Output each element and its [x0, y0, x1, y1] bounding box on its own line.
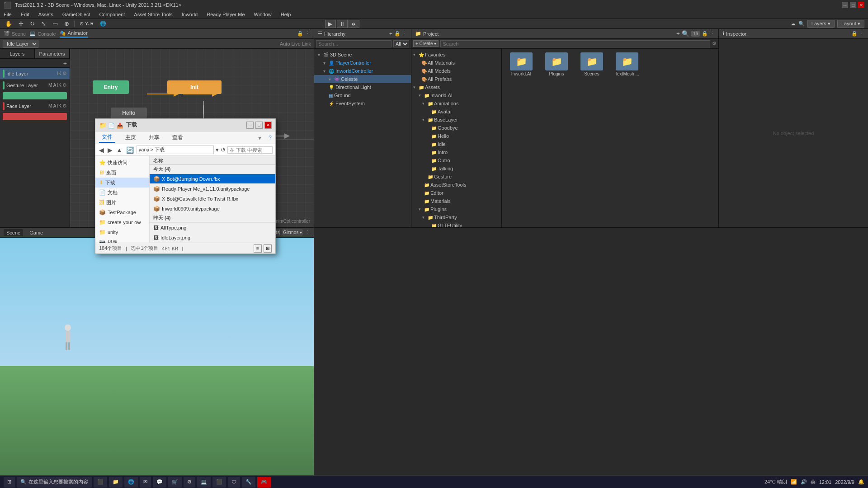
tree-item-3dscene[interactable]: ▾ 🎬 3D Scene — [314, 51, 411, 59]
fe-sidebar-pictures[interactable]: 🖼 图片 — [95, 197, 149, 207]
ptree-idle[interactable]: 📁Idle — [411, 140, 501, 148]
fe-close-button[interactable]: ✕ — [264, 122, 272, 129]
taskbar-addon2[interactable]: 🔧 — [242, 477, 255, 488]
tool-move[interactable]: ✛ — [17, 20, 25, 27]
pause-button[interactable]: ⏸ — [337, 20, 348, 28]
tab-parameters[interactable]: Parameters — [35, 49, 70, 58]
fe-sidebar-quickaccess[interactable]: ⭐ 快速访问 — [95, 158, 149, 168]
ptree-avatar[interactable]: 📁 Avatar — [411, 108, 501, 116]
menu-readyplayerme[interactable]: Ready Player Me — [205, 11, 246, 18]
project-search-button[interactable]: 🔍 — [682, 30, 689, 37]
project-filter-button[interactable]: ⚙ — [712, 41, 717, 47]
taskbar-browser[interactable]: 🌐 — [124, 477, 138, 488]
tool-hand[interactable]: ✋ — [4, 20, 14, 27]
taskbar-store[interactable]: 🛒 — [168, 477, 182, 488]
fe-addr-refresh2[interactable]: ↺ — [221, 146, 226, 153]
fe-search-input[interactable] — [227, 146, 273, 154]
ptree-editor[interactable]: 📁Editor — [411, 189, 501, 197]
layer-gear-icon-3[interactable]: ⚙ — [62, 103, 67, 109]
fe-sidebar-unity[interactable]: 📁 unity — [95, 227, 149, 237]
fe-file-inworld0909[interactable]: 📦 Inworld0909.unitypackage — [150, 204, 275, 214]
layer-item-face[interactable]: Face Layer M A IK ⚙ — [0, 100, 70, 112]
menu-assets[interactable]: Assets — [37, 11, 55, 18]
ptree-hello[interactable]: 📁Hello — [411, 132, 501, 140]
fe-sidebar-testpackage[interactable]: 📦 TestPackage — [95, 207, 149, 217]
console-tab[interactable]: 💻 Console — [29, 31, 56, 37]
layer-select[interactable]: Idle Layer — [3, 40, 38, 48]
menu-help[interactable]: Help — [279, 11, 293, 18]
rib-tab-share[interactable]: 共享 — [146, 133, 162, 142]
project-create-button[interactable]: + Create ▾ — [413, 40, 439, 47]
fe-forward-button[interactable]: ▶ — [107, 146, 113, 154]
ptree-materials[interactable]: 📁Materials — [411, 197, 501, 205]
taskbar-fileexplorer[interactable]: 📁 — [109, 477, 123, 488]
fe-sidebar-createyourown[interactable]: 📁 create-your-ow — [95, 217, 149, 227]
ptree-inworldai[interactable]: ▾ 📁 Inworld.AI — [411, 91, 501, 99]
fe-sidebar-camera[interactable]: 📷 摄像 — [95, 237, 149, 243]
add-layer-button[interactable]: + — [63, 60, 67, 67]
fe-minimize-button[interactable]: ─ — [246, 122, 254, 129]
tool-rect[interactable]: ▭ — [51, 20, 59, 27]
ptree-gltfutility[interactable]: 📁GLTFUtility — [411, 221, 501, 227]
layer-item-idle[interactable]: Idle Layer IK ⚙ — [0, 68, 70, 80]
asset-inworldai[interactable]: 📁 Inworld.AI — [505, 52, 537, 76]
asset-plugins[interactable]: 📁 Plugins — [541, 52, 572, 76]
fe-file-idlelayer[interactable]: 🖼 IdleLayer.png — [150, 233, 275, 243]
tree-item-eventsystem[interactable]: ⚡ EventSystem — [314, 99, 411, 108]
fe-file-jumpingdown[interactable]: 📦 X Bot@Jumping Down.fbx — [150, 174, 275, 184]
taskbar-search[interactable]: 🔍 在这里输入您要搜索的内容 — [17, 477, 92, 488]
layer-gear-icon-2[interactable]: ⚙ — [62, 82, 67, 88]
tree-item-celeste[interactable]: ▾ 👾 Celeste — [314, 75, 411, 83]
ptree-all-models[interactable]: 🎨 All Models — [411, 67, 501, 75]
tree-item-directionallight[interactable]: 💡 Directional Light — [314, 83, 411, 91]
fe-file-alltype[interactable]: 🖼 AllType.png — [150, 223, 275, 233]
layer-gear-icon[interactable]: ⚙ — [62, 70, 67, 76]
close-button[interactable]: ✕ — [858, 2, 864, 8]
node-hello[interactable]: Hello — [111, 108, 147, 118]
scene-view[interactable] — [0, 238, 314, 480]
ptree-all-prefabs[interactable]: 🎨 All Prefabs — [411, 75, 501, 83]
node-init[interactable]: Init — [167, 80, 222, 94]
tree-item-ground[interactable]: ▦ Ground — [314, 91, 411, 99]
ptree-animations[interactable]: ▾ 📁 Animations — [411, 99, 501, 108]
layers-button[interactable]: Layers ▾ — [807, 20, 835, 28]
start-button[interactable]: ⊞ — [4, 477, 15, 488]
ptree-outro[interactable]: 📁Outro — [411, 156, 501, 164]
scene-tab[interactable]: 🎬 Scene — [4, 31, 26, 37]
taskbar-unity[interactable]: ⬛ — [212, 477, 226, 488]
taskbar-settings[interactable]: ⚙ — [184, 477, 195, 488]
menu-gameobject[interactable]: GameObject — [61, 11, 92, 18]
ptree-intro[interactable]: 📁Intro — [411, 148, 501, 156]
ptree-baselayer[interactable]: ▾ 📁 BaseLayer — [411, 116, 501, 124]
step-button[interactable]: ⏭ — [349, 20, 359, 28]
minimize-button[interactable]: ─ — [842, 2, 848, 8]
tab-game[interactable]: Game — [27, 229, 46, 236]
tool-scale[interactable]: ⤡ — [40, 20, 47, 27]
menu-inworld[interactable]: Inworld — [180, 11, 199, 18]
project-add-button[interactable]: + — [676, 30, 680, 37]
fe-back-button[interactable]: ◀ — [98, 146, 105, 154]
taskbar-addon3[interactable]: 🎮 — [257, 477, 271, 488]
gizmos-button[interactable]: Gizmos ▾ — [283, 230, 302, 235]
fe-refresh-button[interactable]: 🔄 — [125, 146, 135, 154]
play-button[interactable]: ▶ — [325, 20, 336, 28]
menu-assetstoretools[interactable]: Asset Store Tools — [132, 11, 174, 18]
tree-item-playercontroller[interactable]: ▾ 👤 PlayerController — [314, 59, 411, 67]
tab-layers[interactable]: Layers — [0, 49, 35, 58]
menu-component[interactable]: Component — [97, 11, 127, 18]
rib-tab-home[interactable]: 主页 — [123, 133, 139, 142]
menu-edit[interactable]: Edit — [19, 11, 31, 18]
maximize-button[interactable]: □ — [850, 2, 856, 8]
fe-list-view-btn[interactable]: ≡ — [254, 244, 262, 253]
tab-scene[interactable]: Scene — [4, 229, 23, 236]
ptree-thirdparty[interactable]: ▾📁ThirdParty — [411, 213, 501, 221]
ptree-gesture[interactable]: 📁Gesture — [411, 173, 501, 181]
layout-button[interactable]: Layout ▾ — [837, 20, 864, 28]
taskbar-mail[interactable]: ✉ — [140, 477, 151, 488]
ptree-all-materials[interactable]: 🎨 All Materials — [411, 59, 501, 67]
hierarchy-search-input[interactable] — [316, 40, 392, 47]
menu-file[interactable]: File — [2, 11, 14, 18]
tool-combo[interactable]: ⊕ — [63, 20, 71, 27]
node-entry[interactable]: Entry — [93, 80, 129, 94]
fe-addr-dropdown[interactable]: ▾ — [216, 146, 219, 153]
